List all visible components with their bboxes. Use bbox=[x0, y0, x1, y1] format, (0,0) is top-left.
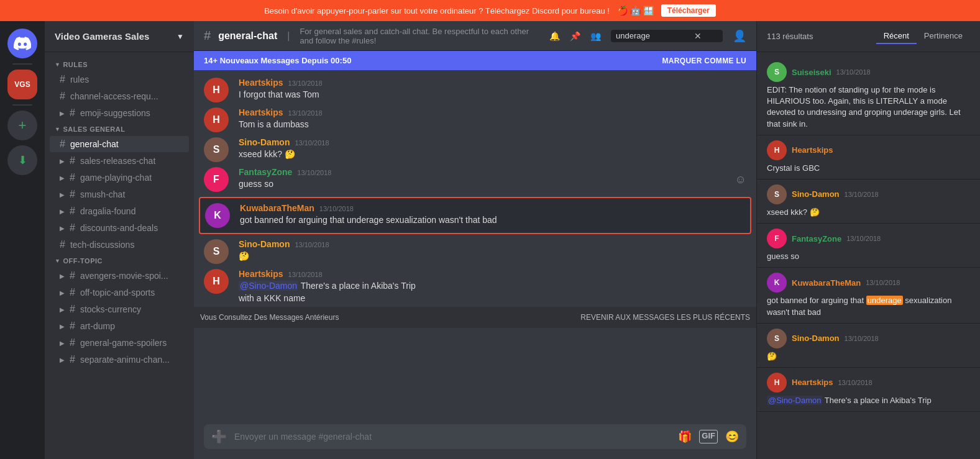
pin-icon[interactable]: 📌 bbox=[570, 31, 580, 41]
add-file-button[interactable]: ➕ bbox=[211, 429, 227, 444]
members-icon[interactable]: 👥 bbox=[590, 31, 601, 41]
result-timestamp: 13/10/2018 bbox=[845, 335, 879, 342]
tab-recent[interactable]: Récent bbox=[876, 29, 917, 44]
message-username[interactable]: Heartskips bbox=[239, 269, 283, 279]
search-result-item[interactable]: S Suiseiseki 13/10/2018 EDIT: The notion… bbox=[757, 57, 980, 135]
clear-search-button[interactable]: ✕ bbox=[694, 31, 702, 41]
channel-tech-discussions[interactable]: # tech-discussions bbox=[50, 237, 189, 253]
chat-input[interactable] bbox=[234, 432, 671, 442]
platform-icons: 🍎 🤖 🪟 bbox=[617, 6, 654, 16]
avatar: S bbox=[767, 329, 787, 348]
message-timestamp: 13/10/2018 bbox=[288, 80, 323, 87]
tab-pertinence[interactable]: Pertinence bbox=[917, 29, 970, 44]
category-sales-general[interactable]: ▼ SALES GENERAL bbox=[45, 122, 194, 135]
category-rules[interactable]: ▼ RULES bbox=[45, 57, 194, 71]
message-username[interactable]: Heartskips bbox=[239, 78, 283, 88]
message-username[interactable]: FantasyZone bbox=[239, 167, 292, 177]
older-messages-left: Vous Consultez Des Messages Antérieurs bbox=[200, 313, 339, 322]
server-icon-vgs[interactable]: VGS bbox=[7, 70, 37, 99]
emoji-icon[interactable]: 😊 bbox=[725, 430, 739, 443]
avatar: K bbox=[205, 203, 230, 228]
result-timestamp: 13/10/2018 bbox=[836, 68, 871, 76]
result-username[interactable]: Suiseiseki bbox=[792, 68, 831, 77]
message-group: H Heartskips 13/10/2018 @Sino-Damon Ther… bbox=[194, 266, 756, 307]
arrow-icon: ▶ bbox=[60, 306, 65, 313]
message-timestamp: 13/10/2018 bbox=[297, 169, 331, 176]
channel-animu[interactable]: ▶ # separate-animu-chan... bbox=[50, 352, 189, 368]
search-result-item[interactable]: S Sino-Damon 13/10/2018 xseed kkk? 🤔 bbox=[757, 180, 980, 224]
search-panel-header: 113 résultats Récent Pertinence bbox=[757, 21, 980, 52]
search-results-panel: 113 résultats Récent Pertinence S Suisei… bbox=[756, 21, 980, 459]
sidebar: Video Gameras Sales ▼ ▼ RULES # rules # … bbox=[45, 21, 194, 459]
search-result-item[interactable]: S Sino-Damon 13/10/2018 🤔 bbox=[757, 324, 980, 368]
message-group: H Heartskips 13/10/2018 I forgot that wa… bbox=[194, 75, 756, 105]
channel-smush-chat[interactable]: ▶ # smush-chat bbox=[50, 186, 189, 202]
arrow-icon: ▶ bbox=[60, 158, 65, 165]
channel-avengers[interactable]: ▶ # avengers-movie-spoi... bbox=[50, 268, 189, 284]
download-icon[interactable]: ⬇ bbox=[7, 145, 37, 175]
collapse-icon: ▼ bbox=[55, 61, 60, 68]
channel-sales-releases[interactable]: ▶ # sales-releases-chat bbox=[50, 153, 189, 169]
chevron-down-icon: ▼ bbox=[176, 32, 184, 41]
search-result-item[interactable]: F FantasyZone 13/10/2018 guess so bbox=[757, 224, 980, 268]
channel-discounts[interactable]: ▶ # discounts-and-deals bbox=[50, 220, 189, 236]
channel-general-chat[interactable]: # general-chat bbox=[50, 136, 189, 152]
message-text-continuation: with a KKK name bbox=[239, 293, 746, 305]
search-result-header: F FantasyZone 13/10/2018 bbox=[767, 229, 970, 248]
gift-icon[interactable]: 🎁 bbox=[678, 430, 692, 443]
bell-icon[interactable]: 🔔 bbox=[549, 31, 560, 41]
search-result-item[interactable]: H Heartskips Crystal is GBC bbox=[757, 135, 980, 180]
divider: | bbox=[287, 30, 290, 42]
server-header[interactable]: Video Gameras Sales ▼ bbox=[45, 21, 194, 52]
result-username[interactable]: Heartskips bbox=[792, 145, 833, 155]
channel-game-playing[interactable]: ▶ # game-playing-chat bbox=[50, 170, 189, 186]
discord-icon[interactable] bbox=[7, 29, 37, 58]
result-username[interactable]: Sino-Damon bbox=[792, 334, 840, 343]
profile-icon[interactable]: 👤 bbox=[733, 29, 746, 43]
message-username[interactable]: Sino-Damon bbox=[239, 239, 290, 249]
category-off-topic[interactable]: ▼ OFF-TOPIC bbox=[45, 253, 194, 267]
search-result-header: S Sino-Damon 13/10/2018 bbox=[767, 184, 970, 204]
add-server-button[interactable]: + bbox=[7, 111, 37, 140]
channel-dragalia[interactable]: ▶ # dragalia-found bbox=[50, 203, 189, 219]
channel-rules[interactable]: # rules bbox=[50, 71, 189, 88]
result-username[interactable]: Sino-Damon bbox=[792, 189, 840, 199]
avatar: H bbox=[767, 140, 787, 160]
new-messages-bar[interactable]: 14+ Nouveaux Messages Depuis 00:50 MARQU… bbox=[194, 51, 756, 70]
message-username[interactable]: Heartskips bbox=[239, 107, 283, 117]
hash-icon: # bbox=[60, 139, 65, 150]
arrow-icon: ▶ bbox=[60, 289, 65, 296]
gif-icon[interactable]: GIF bbox=[699, 430, 718, 443]
channel-art-dump[interactable]: ▶ # art-dump bbox=[50, 318, 189, 334]
mark-read-button[interactable]: MARQUER COMME LU bbox=[662, 57, 746, 65]
channel-off-topic-sports[interactable]: ▶ # off-topic-and-sports bbox=[50, 284, 189, 301]
search-input[interactable] bbox=[616, 31, 690, 40]
search-result-item[interactable]: K KuwabaraTheMan 13/10/2018 got banned f… bbox=[757, 268, 980, 323]
avatar: S bbox=[204, 239, 229, 264]
result-timestamp: 13/10/2018 bbox=[866, 279, 900, 286]
message-header: Sino-Damon 13/10/2018 bbox=[239, 239, 746, 249]
search-result-header: H Heartskips bbox=[767, 140, 970, 160]
result-username[interactable]: FantasyZone bbox=[792, 234, 841, 243]
result-username[interactable]: Heartskips bbox=[792, 378, 833, 387]
message-username[interactable]: KuwabaraTheMan bbox=[240, 203, 314, 213]
search-result-item[interactable]: H Heartskips 13/10/2018 @Sino-Damon Ther… bbox=[757, 368, 980, 412]
channel-name-header: general-chat bbox=[218, 30, 277, 42]
top-banner: Besoin d'avoir appuyer-pour-parler sur t… bbox=[0, 0, 980, 21]
channel-game-spoilers[interactable]: ▶ # general-game-spoilers bbox=[50, 335, 189, 351]
channel-stocks-currency[interactable]: ▶ # stocks-currency bbox=[50, 301, 189, 317]
newer-messages-right[interactable]: REVENIR AUX MESSAGES LES PLUS RÉCENTS bbox=[580, 313, 750, 322]
avatar: S bbox=[204, 137, 229, 162]
hash-icon: # bbox=[70, 155, 75, 166]
older-messages-bar[interactable]: Vous Consultez Des Messages Antérieurs R… bbox=[194, 307, 756, 328]
channel-access-requ[interactable]: # channel-access-requ... bbox=[50, 88, 189, 104]
search-box[interactable]: ✕ bbox=[611, 30, 723, 42]
arrow-icon: ▶ bbox=[60, 110, 65, 117]
message-username[interactable]: Sino-Damon bbox=[239, 137, 290, 147]
arrow-icon: ▶ bbox=[60, 273, 65, 279]
message-group: S Sino-Damon 13/10/2018 🤔 bbox=[194, 237, 756, 266]
result-username[interactable]: KuwabaraTheMan bbox=[792, 278, 861, 288]
message-timestamp: 13/10/2018 bbox=[288, 271, 323, 278]
channel-emoji-suggestions[interactable]: ▶ # emoji-suggestions bbox=[50, 105, 189, 121]
download-button[interactable]: Télécharger bbox=[661, 4, 716, 17]
